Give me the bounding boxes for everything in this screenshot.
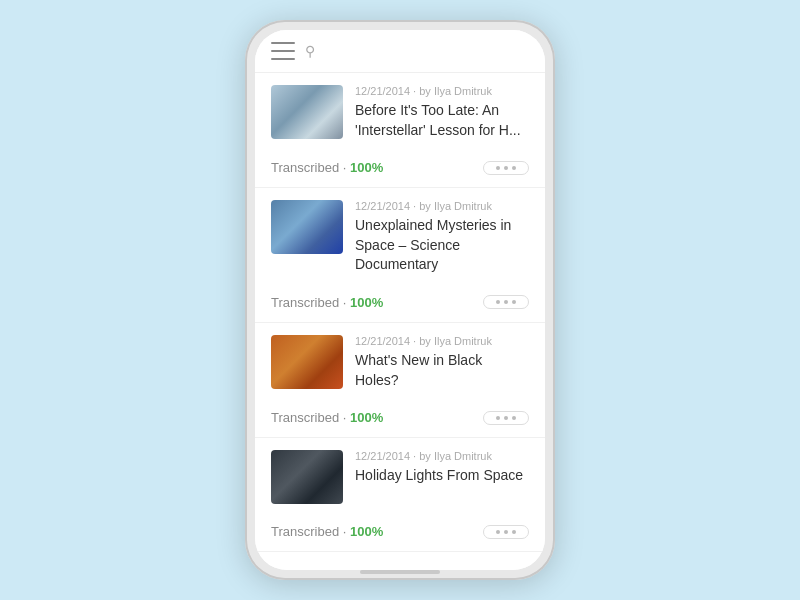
phone-screen: ⚲ 12/21/2014 · by Ilya Dmitruk Before It… [255,30,545,570]
card-bottom: Transcribed · 100% [271,285,529,322]
dot [512,530,516,534]
search-icon: ⚲ [305,43,315,59]
home-indicator [360,570,440,574]
card-title[interactable]: What's New in Black Holes? [355,351,529,390]
content-list: 12/21/2014 · by Ilya Dmitruk Before It's… [255,73,545,570]
separator: · [343,524,347,539]
transcribed-status: Transcribed · 100% [271,410,383,425]
list-item: 12/21/2014 · by Ilya Dmitruk What's New … [255,323,545,438]
card-date-author: 12/21/2014 · by Ilya Dmitruk [355,450,529,462]
separator: · [343,160,347,175]
dot [512,166,516,170]
separator: · [343,295,347,310]
more-options-button[interactable] [483,525,529,539]
card-bottom: Transcribed · 100% [271,150,529,187]
transcribed-status: Transcribed · 100% [271,160,383,175]
list-item: 12/21/2014 · by Ilya Dmitruk Unexplained… [255,188,545,323]
transcribed-status: Transcribed · 100% [271,524,383,539]
card-meta: 12/21/2014 · by Ilya Dmitruk What's New … [355,335,529,390]
card-bottom: Transcribed · 100% [271,400,529,437]
transcribed-pct: 100% [350,524,383,539]
dot [512,416,516,420]
dot [504,300,508,304]
list-item: 12/21/2014 · by Ilya Dmitruk Before It's… [255,73,545,188]
dot [496,530,500,534]
search-area: ⚲ [305,43,529,59]
card-bottom: Transcribed · 100% [271,514,529,551]
transcribed-pct: 100% [350,410,383,425]
card-date-author: 12/21/2014 · by Ilya Dmitruk [355,335,529,347]
card-date-author: 12/21/2014 · by Ilya Dmitruk [355,200,529,212]
card-top: 12/21/2014 · by Ilya Dmitruk Holiday Lig… [271,450,529,504]
card-top: 12/21/2014 · by Ilya Dmitruk Before It's… [271,85,529,140]
thumbnail [271,200,343,254]
dot [504,530,508,534]
dot [496,300,500,304]
card-meta: 12/21/2014 · by Ilya Dmitruk Unexplained… [355,200,529,275]
separator: · [343,410,347,425]
phone-frame: ⚲ 12/21/2014 · by Ilya Dmitruk Before It… [245,20,555,580]
transcribed-pct: 100% [350,160,383,175]
card-date-author: 12/21/2014 · by Ilya Dmitruk [355,85,529,97]
thumbnail [271,335,343,389]
dot [504,166,508,170]
card-top: 12/21/2014 · by Ilya Dmitruk What's New … [271,335,529,390]
transcribed-status: Transcribed · 100% [271,295,383,310]
card-title[interactable]: Unexplained Mysteries in Space – Science… [355,216,529,275]
card-meta: 12/21/2014 · by Ilya Dmitruk Holiday Lig… [355,450,529,486]
thumbnail [271,85,343,139]
transcribed-pct: 100% [350,295,383,310]
dot [512,300,516,304]
list-item: 12/21/2014 · by Ilya Dmitruk Holiday Lig… [255,438,545,552]
more-options-button[interactable] [483,295,529,309]
card-title[interactable]: Before It's Too Late: An 'Interstellar' … [355,101,529,140]
app-header: ⚲ [255,30,545,73]
card-title[interactable]: Holiday Lights From Space [355,466,529,486]
more-options-button[interactable] [483,411,529,425]
more-options-button[interactable] [483,161,529,175]
dot [504,416,508,420]
menu-button[interactable] [271,42,295,60]
card-meta: 12/21/2014 · by Ilya Dmitruk Before It's… [355,85,529,140]
thumbnail [271,450,343,504]
dot [496,416,500,420]
dot [496,166,500,170]
card-top: 12/21/2014 · by Ilya Dmitruk Unexplained… [271,200,529,275]
